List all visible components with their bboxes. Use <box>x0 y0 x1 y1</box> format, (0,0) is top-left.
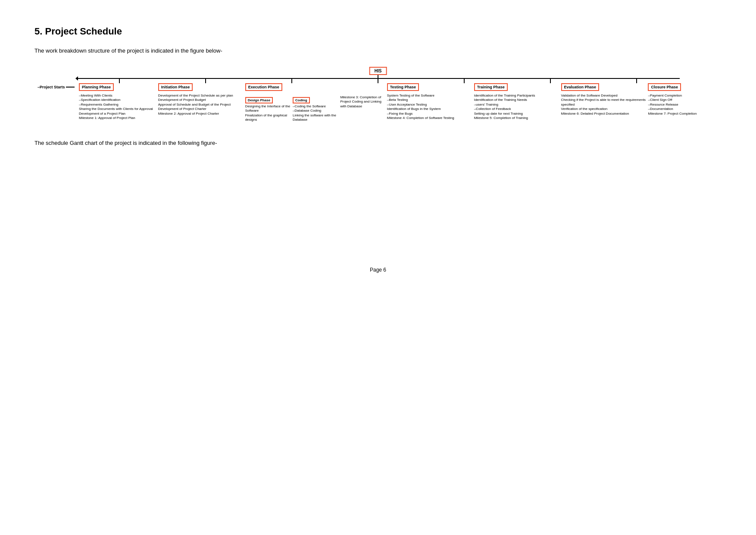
testing-item-3: –User Acceptance Testing <box>387 103 454 107</box>
closure-item-2: –Client Sign Off <box>648 98 697 102</box>
training-item-4: –Collection of Feedback <box>474 107 535 111</box>
page-number: Page 6 <box>34 267 722 273</box>
planning-item-1: –Meeting With Clients <box>79 94 153 98</box>
training-item-3: –users' Training <box>474 103 535 107</box>
initiation-milestone-2: Milestone 2: Approval of Project Charter <box>158 112 233 116</box>
wbs-diagram-container: HIS <box>34 67 722 122</box>
testing-phase-box: Testing Phase <box>387 83 419 91</box>
training-item-5: Setting up date for next Training <box>474 112 535 116</box>
initiation-item-2: Development of Project Budget <box>158 98 233 102</box>
coding-phase-box: Coding <box>293 97 310 103</box>
planning-item-5: Development of a Project Plan <box>79 112 153 116</box>
execution-phase-box: Execution Phase <box>245 83 282 91</box>
project-starts-label: –Project Starts <box>37 85 65 89</box>
initiation-phase-box: Initiation Phase <box>158 83 193 91</box>
evaluation-item-1: Validation of the Software Developed <box>561 94 647 98</box>
training-item-1: Identification of the Training Participa… <box>474 94 535 98</box>
planning-item-2: –Specification identification <box>79 98 153 102</box>
design-item-2: Finalization of the graphical designs <box>245 113 291 122</box>
evaluation-milestone-6: Milestone 6: Detailed Project Documentat… <box>561 112 647 116</box>
his-root-box: HIS <box>369 67 387 75</box>
design-item-1: Designing the Interface of the Software <box>245 104 291 113</box>
closure-item-3: –Resource Release <box>648 103 697 107</box>
execution-milestone-3: Milestone 3: Completion of Project Codin… <box>340 95 386 109</box>
design-phase-box: Design Phase <box>245 97 273 103</box>
gantt-intro-paragraph: The schedule Gantt chart of the project … <box>34 140 722 146</box>
initiation-item-4: Development of Project Charter <box>158 107 233 111</box>
testing-item-2: –Beta Testing <box>387 98 454 102</box>
closure-item-1: –Payment Completion <box>648 94 697 98</box>
coding-item-1: –Coding the Software <box>293 104 338 109</box>
closure-phase-box: Closure Phase <box>648 83 681 91</box>
evaluation-item-2: Checking if the Project is able to meet … <box>561 98 647 107</box>
training-phase-box: Training Phase <box>474 83 508 91</box>
intro-paragraph: The work breakdown structure of the proj… <box>34 47 722 54</box>
closure-item-4: –Documentation <box>648 107 697 111</box>
planning-phase-box: Planning Phase <box>79 83 114 91</box>
training-item-2: Identification of the Training Needs <box>474 98 535 102</box>
coding-item-2: –Database Coding <box>293 109 338 113</box>
planning-item-3: –Requirements Gathering <box>79 103 153 107</box>
page-title: 5. Project Schedule <box>34 26 722 37</box>
training-milestone-5: Milestone 5: Completion of Training <box>474 116 535 120</box>
planning-item-4: Sharing the Documents with Clients for A… <box>79 107 153 111</box>
testing-milestone-4: Milestone 4: Completion of Software Test… <box>387 116 454 120</box>
testing-item-4: Identification of Bugs in the System <box>387 107 454 111</box>
closure-milestone-7: Milestone 7: Project Completion <box>648 112 697 116</box>
testing-item-1: System Testing of the Software <box>387 94 454 98</box>
testing-item-5: –Fixing the Bugs <box>387 112 454 116</box>
initiation-item-1: Development of the Project Schedule as p… <box>158 94 233 98</box>
coding-item-3: Linking the software with the Database <box>293 113 338 122</box>
evaluation-item-3: Verification of the specification <box>561 107 647 111</box>
evaluation-phase-box: Evaluation Phase <box>561 83 600 91</box>
initiation-item-3: Approval of Schedule and Budget of the P… <box>158 103 233 107</box>
planning-milestone-1: Milestone 1: Approval of Project Plan <box>79 116 153 120</box>
